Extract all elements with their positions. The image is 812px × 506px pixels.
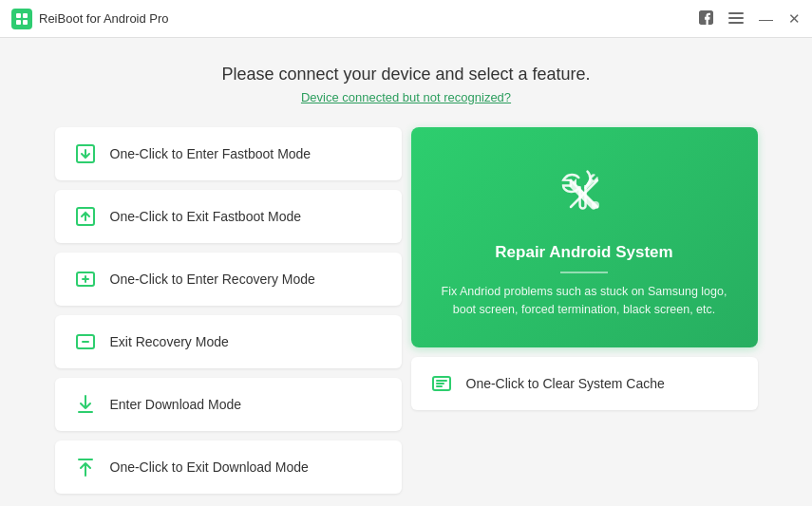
svg-rect-6: [728, 22, 744, 24]
title-bar: ReiBoot for Android Pro — ✕: [0, 0, 812, 38]
svg-rect-3: [23, 20, 28, 25]
enter-recovery-label: One-Click to Enter Recovery Mode: [110, 272, 315, 287]
svg-rect-1: [23, 13, 28, 18]
exit-recovery-button[interactable]: Exit Recovery Mode: [55, 315, 402, 368]
window-controls: — ✕: [699, 10, 801, 28]
svg-rect-0: [16, 13, 21, 18]
download-exit-icon: [72, 454, 99, 480]
enter-download-label: Enter Download Mode: [110, 397, 242, 412]
exit-download-button[interactable]: One-Click to Exit Download Mode: [55, 440, 402, 494]
recovery-exit-icon: [72, 328, 99, 355]
menu-icon[interactable]: [728, 10, 744, 27]
close-icon[interactable]: ✕: [788, 10, 801, 28]
app-logo: ReiBoot for Android Pro: [11, 9, 169, 29]
enter-download-button[interactable]: Enter Download Mode: [55, 378, 402, 431]
facebook-icon[interactable]: [699, 10, 713, 28]
repair-icon: [546, 156, 622, 232]
enter-recovery-button[interactable]: One-Click to Enter Recovery Mode: [55, 253, 402, 306]
recovery-enter-icon: [72, 266, 99, 292]
headline: Please connect your device and select a …: [221, 65, 590, 84]
enter-fastboot-button[interactable]: One-Click to Enter Fastboot Mode: [55, 127, 402, 180]
clear-cache-button[interactable]: One-Click to Clear System Cache: [411, 357, 758, 410]
logo-icon: [11, 9, 32, 29]
main-content: Please connect your device and select a …: [0, 38, 812, 506]
clear-cache-icon: [428, 370, 455, 397]
exit-recovery-label: Exit Recovery Mode: [110, 334, 229, 349]
exit-fastboot-label: One-Click to Exit Fastboot Mode: [110, 209, 302, 224]
download-enter-icon: [72, 391, 99, 418]
svg-point-13: [592, 201, 599, 209]
feature-grid: One-Click to Enter Fastboot Mode One-Cli…: [55, 127, 758, 494]
svg-rect-5: [728, 17, 744, 19]
minimize-icon[interactable]: —: [759, 10, 773, 27]
exit-download-label: One-Click to Exit Download Mode: [110, 459, 309, 475]
exit-fastboot-button[interactable]: One-Click to Exit Fastboot Mode: [55, 190, 402, 243]
svg-rect-4: [728, 12, 744, 14]
clear-cache-label: One-Click to Clear System Cache: [466, 376, 665, 391]
fastboot-exit-icon: [72, 203, 99, 230]
repair-card-divider: [560, 272, 608, 273]
app-title: ReiBoot for Android Pro: [39, 11, 169, 26]
svg-rect-2: [16, 20, 21, 25]
fastboot-enter-icon: [72, 141, 99, 167]
repair-card-description: Fix Andriod problems such as stuck on Sa…: [434, 283, 735, 319]
repair-card-title: Repair Android System: [495, 243, 672, 262]
device-not-recognized-link[interactable]: Device connected but not recognized?: [301, 90, 511, 104]
repair-android-card[interactable]: Repair Android System Fix Andriod proble…: [411, 127, 758, 347]
enter-fastboot-label: One-Click to Enter Fastboot Mode: [110, 146, 312, 161]
